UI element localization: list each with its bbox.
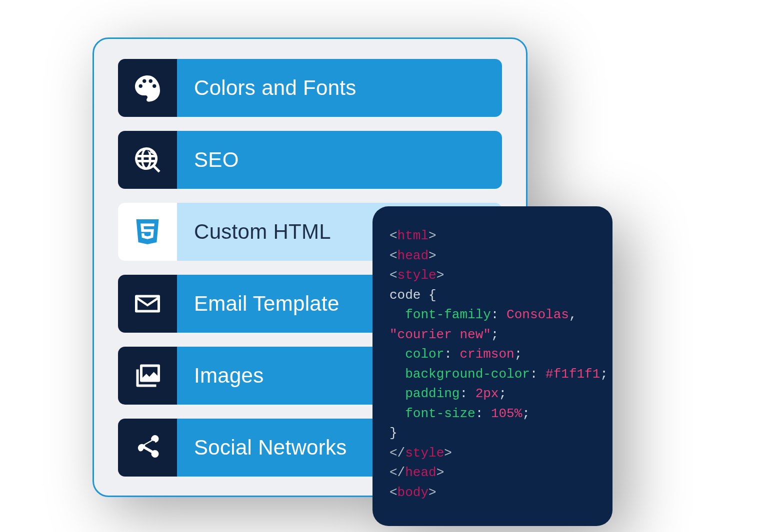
menu-item-label: SEO [177,131,502,189]
images-icon [118,347,177,405]
palette-icon [118,59,177,117]
share-icon [118,419,177,477]
composite-shadow: Colors and Fonts SEO Custom HTML Email T… [52,22,688,502]
html5-icon [118,203,177,261]
code-editor-panel: <html> <head> <style> code { font-family… [372,206,612,526]
envelope-icon [118,275,177,333]
menu-item-seo[interactable]: SEO [118,131,502,189]
code-block: <html> <head> <style> code { font-family… [390,226,610,503]
globe-search-icon [118,131,177,189]
menu-item-label: Colors and Fonts [177,59,502,117]
menu-item-colors-fonts[interactable]: Colors and Fonts [118,59,502,117]
